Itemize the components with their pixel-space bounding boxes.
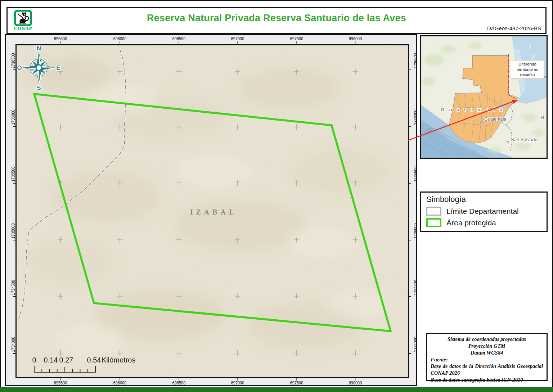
- legend-item-protected-area: Área protegida: [426, 218, 541, 227]
- scale-tick-label: 0.14: [44, 356, 58, 364]
- document-code: DAGeos-487-2026-BS: [487, 25, 541, 31]
- credits-box: Sistema de coordenadas proyectadas Proye…: [426, 333, 548, 381]
- page-title: Reserva Natural Privada Reserva Santuari…: [8, 13, 545, 24]
- source-line: Base de datos de la Dirección Análisis G…: [431, 363, 543, 377]
- main-map-panel: 695500 696000 696500 697000 697500 69800…: [5, 34, 417, 386]
- x-axis-label: 697500: [289, 36, 304, 44]
- capital-label: Guatemala: [484, 117, 506, 122]
- legend-item-label: Área protegida: [446, 218, 496, 227]
- conap-wordmark: CONAP: [12, 26, 34, 31]
- source-label: Fuente:: [431, 356, 543, 363]
- compass-south-label: S: [37, 85, 41, 91]
- locator-inset-map: G u a t e m a l a Guatemala San Salvador…: [420, 35, 548, 159]
- header: CONAP Reserva Natural Privada Reserva Sa…: [6, 7, 547, 34]
- source-line: Base de datos cartografía básica IGN 201…: [431, 377, 543, 383]
- map-svg: IZABAL N S E O 0: [17, 45, 408, 377]
- compass-east-label: E: [56, 64, 60, 71]
- capital-city-dot: [481, 122, 483, 124]
- crs-line: Datum WGS84: [431, 350, 543, 356]
- crs-line: Proyección GTM: [431, 343, 543, 350]
- x-axis-label: 698000: [347, 36, 363, 44]
- compass-north-label: N: [37, 45, 41, 52]
- country-label: G u a t e m a l a: [441, 107, 504, 112]
- legend-item-departmental: Límite Departamental: [426, 207, 541, 216]
- x-axis-label: 695500: [53, 36, 68, 44]
- x-axis-label: 696000: [112, 36, 127, 44]
- x-axis-label: 697000: [230, 378, 245, 386]
- scale-tick-label: 0.54: [87, 356, 101, 364]
- x-axis-label: 696000: [112, 378, 127, 386]
- footer-bar: [0, 387, 553, 392]
- scale-unit-label: Kilómetros: [102, 356, 135, 364]
- map-canvas: IZABAL N S E O 0: [15, 44, 409, 378]
- legend-title: Simbología: [426, 195, 541, 204]
- x-axis-label: 696500: [171, 378, 186, 386]
- region-label: IZABAL: [190, 208, 237, 216]
- x-axis-label: 696500: [171, 36, 186, 44]
- departmental-limit-swatch: [426, 207, 441, 216]
- compass-west-label: O: [17, 64, 22, 71]
- x-axis-label: 697500: [289, 378, 304, 386]
- map-document-page: CONAP Reserva Natural Privada Reserva Sa…: [0, 0, 553, 392]
- x-axis-label: 697000: [230, 36, 245, 44]
- x-axis-label: 695500: [53, 378, 68, 386]
- inset-svg: G u a t e m a l a Guatemala San Salvador…: [421, 36, 547, 158]
- honduras-label: H o: [540, 114, 547, 120]
- san-salvador-label: San Salvador: [511, 137, 539, 142]
- territorial-note: Diferendo territorial no resuelto: [511, 60, 544, 79]
- legend-item-label: Límite Departamental: [446, 207, 519, 216]
- legend: Simbología Límite Departamental Área pro…: [420, 192, 548, 232]
- x-axis-label: 698000: [347, 378, 363, 386]
- scale-tick-label: 0: [32, 356, 36, 364]
- scale-tick-label: 0.27: [59, 356, 73, 364]
- crs-line: Sistema de coordenadas proyectadas: [431, 336, 543, 343]
- san-salvador-dot: [507, 141, 509, 143]
- protected-area-swatch: [426, 218, 441, 227]
